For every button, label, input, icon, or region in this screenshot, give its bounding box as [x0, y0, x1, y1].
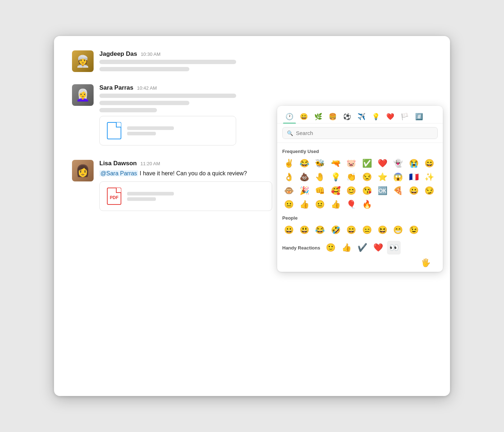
emoji-pig[interactable]: 🐷 — [345, 157, 358, 170]
emoji-bee[interactable]: 🐝 — [314, 157, 327, 170]
doc-info-lisa — [127, 192, 174, 201]
emoji-sparkles[interactable]: ✨ — [423, 171, 436, 184]
emoji-cry[interactable]: 😭 — [407, 157, 420, 170]
people-9[interactable]: 😉 — [407, 224, 420, 237]
blue-doc-icon — [107, 122, 121, 139]
emoji-grinning[interactable]: 😀 — [407, 184, 420, 197]
doc-line-2 — [127, 132, 156, 135]
emoji-thumbsup2[interactable]: 👍 — [329, 198, 342, 211]
emoji-neutral[interactable]: 😐 — [282, 198, 295, 211]
file-attachment-lisa[interactable]: PDF — [99, 181, 272, 211]
emoji-clap[interactable]: 👏 — [345, 171, 358, 184]
emoji-expressionless[interactable]: 😐 — [314, 198, 327, 211]
mention-sara: @Sara Parras — [99, 170, 138, 176]
tab-objects[interactable]: 💡 — [369, 110, 382, 123]
message-line-1b — [99, 67, 189, 71]
tab-travel[interactable]: ✈️ — [355, 110, 368, 123]
avatar-lisa: 👩 — [72, 160, 94, 181]
people-grid: 😀 😃 😂 🤣 😄 😑 😆 😁 😉 — [282, 224, 438, 237]
doc-line-lisa-2 — [127, 197, 156, 201]
message-row-2: 👩‍🦳 Sara Parras 10:42 AM — [72, 84, 432, 145]
emoji-scared[interactable]: 😱 — [392, 171, 405, 184]
tab-flags[interactable]: 🏳️ — [398, 110, 411, 123]
avatar-jagdeep: 👳 — [72, 50, 94, 72]
emoji-grin[interactable]: 😄 — [423, 157, 436, 170]
search-input[interactable] — [296, 130, 433, 136]
emoji-ok[interactable]: 👌 — [282, 171, 295, 184]
emoji-monkey[interactable]: 🐵 — [282, 184, 295, 197]
message-line-2a — [99, 94, 236, 98]
tab-activity[interactable]: ⚽ — [341, 110, 354, 123]
emoji-laugh[interactable]: 😂 — [298, 157, 311, 170]
handy-check[interactable]: ✔️ — [355, 241, 369, 255]
app-window: 👳 Jagdeep Das 10:30 AM 👩‍🦳 Sara Parras 1… — [54, 36, 450, 396]
handy-reactions-row: Handy Reactions 🙂 👍 ✔️ ❤️ 👀 — [282, 241, 438, 255]
tab-recent[interactable]: 🕐 — [283, 110, 296, 123]
sender-name-2: Sara Parras — [99, 84, 134, 91]
emoji-kiss[interactable]: 😘 — [360, 184, 373, 197]
emoji-ghost[interactable]: 👻 — [392, 157, 405, 170]
emoji-unamused[interactable]: 😒 — [360, 171, 373, 184]
message-header-2: Sara Parras 10:42 AM — [99, 84, 432, 91]
timestamp-2: 10:42 AM — [137, 85, 157, 91]
frequently-used-label: Frequently Used — [282, 149, 438, 154]
people-label: People — [282, 215, 438, 221]
wave-emoji: 🖐️ — [421, 258, 431, 267]
emoji-pizza[interactable]: 🍕 — [392, 184, 405, 197]
message-content-1: Jagdeep Das 10:30 AM — [99, 50, 432, 74]
tab-symbols[interactable]: ❤️ — [384, 110, 397, 123]
handy-smiley[interactable]: 🙂 — [324, 241, 337, 255]
sender-name-1: Jagdeep Das — [99, 50, 137, 58]
people-7[interactable]: 😆 — [376, 224, 389, 237]
file-icon-red: PDF — [106, 187, 122, 206]
handy-reactions-label: Handy Reactions — [282, 245, 320, 251]
message-row-1: 👳 Jagdeep Das 10:30 AM — [72, 50, 432, 74]
emoji-heart[interactable]: ❤️ — [376, 157, 389, 170]
file-attachment-sara[interactable] — [99, 116, 236, 145]
message-line-1a — [99, 60, 236, 64]
doc-line-lisa-1 — [127, 192, 174, 195]
tab-nature[interactable]: 🌿 — [312, 110, 325, 123]
emoji-thumbsup[interactable]: 👍 — [298, 198, 311, 211]
emoji-fist[interactable]: 👊 — [314, 184, 327, 197]
people-8[interactable]: 😁 — [392, 224, 405, 237]
emoji-smile[interactable]: 😊 — [345, 184, 358, 197]
people-4[interactable]: 🤣 — [329, 224, 342, 237]
timestamp-3: 11:20 AM — [140, 161, 160, 166]
emoji-check[interactable]: ✅ — [360, 157, 373, 170]
people-1[interactable]: 😀 — [282, 224, 295, 237]
emoji-peace[interactable]: ✌️ — [282, 157, 295, 170]
doc-line-1 — [127, 126, 174, 130]
emoji-balloon[interactable]: 🎈 — [345, 198, 358, 211]
message-header-1: Jagdeep Das 10:30 AM — [99, 50, 432, 58]
emoji-star[interactable]: ⭐ — [376, 171, 389, 184]
emoji-hand[interactable]: 🤚 — [314, 171, 327, 184]
emoji-oktag[interactable]: 🆗 — [376, 184, 389, 197]
message-line-2c — [99, 108, 157, 112]
handy-eyes[interactable]: 👀 — [387, 241, 401, 255]
people-3[interactable]: 😂 — [314, 224, 327, 237]
people-2[interactable]: 😃 — [298, 224, 311, 237]
timestamp-1: 10:30 AM — [141, 51, 161, 57]
handy-heart[interactable]: ❤️ — [371, 241, 385, 255]
message-body-3: I have it here! Can you do a quick revie… — [140, 170, 247, 176]
picker-tabs: 🕐 😀 🌿 🍔 ⚽ ✈️ 💡 ❤️ 🏳️ #️⃣ — [277, 106, 443, 123]
emoji-party[interactable]: 🎉 — [298, 184, 311, 197]
emoji-fire[interactable]: 🔥 — [360, 198, 373, 211]
people-6[interactable]: 😑 — [360, 224, 373, 237]
tab-food[interactable]: 🍔 — [326, 110, 339, 123]
message-line-2b — [99, 101, 189, 105]
tab-slack[interactable]: #️⃣ — [413, 110, 426, 123]
emoji-smirk[interactable]: 😏 — [423, 184, 436, 197]
doc-info — [127, 126, 174, 135]
people-5[interactable]: 😄 — [345, 224, 358, 237]
emoji-gun[interactable]: 🔫 — [329, 157, 342, 170]
tab-smileys[interactable]: 😀 — [297, 110, 310, 123]
emoji-hearts[interactable]: 🥰 — [329, 184, 342, 197]
picker-search-area: 🔍 — [277, 123, 443, 143]
handy-thumbsup[interactable]: 👍 — [339, 241, 353, 255]
sender-name-3: Lisa Dawson — [99, 160, 137, 167]
emoji-poop[interactable]: 💩 — [298, 171, 311, 184]
emoji-bulb[interactable]: 💡 — [329, 171, 342, 184]
emoji-france[interactable]: 🇫🇷 — [407, 171, 420, 184]
